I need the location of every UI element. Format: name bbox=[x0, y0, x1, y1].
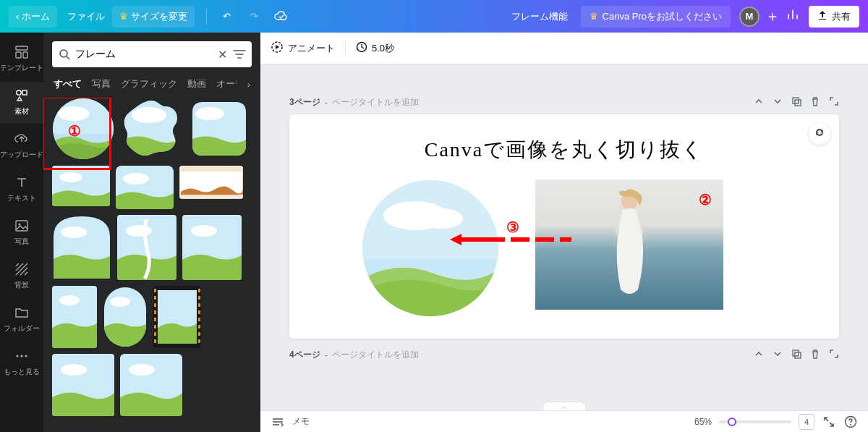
svg-rect-41 bbox=[154, 303, 156, 307]
rail-uploads[interactable]: アップロード bbox=[0, 125, 43, 167]
frame-pill[interactable] bbox=[103, 286, 148, 348]
frame-blob[interactable] bbox=[120, 98, 182, 160]
frame-tall[interactable] bbox=[182, 215, 242, 280]
delete-button[interactable] bbox=[810, 349, 820, 361]
elements-panel: ✕ すべて 写真 グラフィック 動画 オーデ › ① bbox=[43, 33, 260, 432]
sync-button[interactable] bbox=[809, 123, 830, 145]
home-button[interactable]: ‹ ホーム bbox=[9, 6, 57, 27]
canvas-scroll[interactable]: 3ページ - ページタイトルを追加 Canvaで画像を丸く切り抜く bbox=[260, 64, 868, 410]
canvas-heading[interactable]: Canvaで画像を丸く切り抜く bbox=[289, 114, 839, 164]
duration-button[interactable]: 5.0秒 bbox=[356, 41, 394, 55]
left-rail: テンプレート 素材 アップロード テキスト 写真 背景 フォルダー もっと見る bbox=[0, 33, 43, 432]
page-header-3: 3ページ - ページタイトルを追加 bbox=[289, 96, 839, 109]
filter-graphics[interactable]: グラフィック bbox=[121, 77, 177, 90]
svg-rect-1 bbox=[16, 52, 21, 58]
photo-icon bbox=[14, 218, 30, 234]
frame-rounded[interactable] bbox=[188, 98, 250, 160]
add-page-tab[interactable]: ︿ bbox=[542, 402, 586, 410]
page-title-input[interactable]: ページタイトルを追加 bbox=[332, 96, 419, 109]
svg-point-36 bbox=[110, 297, 130, 307]
crown-icon: ♛ bbox=[119, 11, 128, 22]
crown-icon: ♛ bbox=[590, 11, 598, 22]
rail-more[interactable]: もっと見る bbox=[0, 342, 43, 384]
undo-button[interactable]: ↶ bbox=[213, 6, 240, 27]
chevron-left-icon: ‹ bbox=[16, 11, 19, 22]
canvas-page-3[interactable]: Canvaで画像を丸く切り抜く ② ③ bbox=[289, 114, 839, 339]
folder-icon bbox=[14, 305, 30, 321]
move-down-button[interactable] bbox=[773, 96, 783, 109]
svg-point-18 bbox=[195, 107, 224, 120]
move-down-button[interactable] bbox=[773, 349, 783, 361]
duplicate-button[interactable] bbox=[791, 96, 801, 109]
svg-point-16 bbox=[132, 107, 166, 123]
zoom-slider[interactable] bbox=[719, 420, 791, 423]
expand-button[interactable] bbox=[829, 349, 839, 361]
photo-element[interactable] bbox=[535, 179, 723, 310]
svg-point-58 bbox=[129, 364, 155, 376]
animate-button[interactable]: アニメート bbox=[271, 41, 335, 56]
frame-square-md[interactable] bbox=[116, 166, 174, 209]
page-title-input[interactable]: ページタイトルを追加 bbox=[332, 349, 419, 361]
frame-circle[interactable] bbox=[52, 98, 114, 160]
circle-frame-element[interactable] bbox=[362, 179, 499, 317]
frame-extra-1[interactable] bbox=[52, 354, 114, 416]
page-count-button[interactable]: 4 bbox=[799, 414, 814, 430]
frame-square-sm[interactable] bbox=[52, 166, 110, 206]
frame-film[interactable] bbox=[153, 286, 201, 348]
delete-button[interactable] bbox=[810, 96, 820, 109]
avatar-initial: M bbox=[746, 11, 754, 22]
frame-torn[interactable] bbox=[117, 215, 176, 280]
scroll-right-icon[interactable]: › bbox=[247, 79, 250, 90]
insights-button[interactable] bbox=[783, 7, 803, 27]
frame-extra-2[interactable] bbox=[120, 354, 182, 416]
filter-audio[interactable]: オーデ bbox=[216, 77, 237, 90]
frame-filmstrip[interactable] bbox=[179, 166, 243, 199]
clear-search-button[interactable]: ✕ bbox=[216, 48, 229, 61]
filter-all[interactable]: すべて bbox=[54, 77, 82, 90]
upload-icon bbox=[14, 131, 30, 147]
rail-photos[interactable]: 写真 bbox=[0, 212, 43, 254]
svg-point-6 bbox=[19, 224, 21, 226]
dash: - bbox=[325, 98, 328, 108]
svg-point-9 bbox=[25, 355, 27, 357]
user-avatar[interactable]: M bbox=[739, 7, 760, 27]
rail-text[interactable]: テキスト bbox=[0, 169, 43, 211]
frame-portrait[interactable] bbox=[52, 286, 97, 348]
svg-rect-51 bbox=[198, 318, 200, 321]
add-member-button[interactable]: ＋ bbox=[762, 7, 783, 27]
share-label: 共有 bbox=[832, 10, 851, 23]
move-up-button[interactable] bbox=[754, 96, 764, 109]
text-icon bbox=[14, 174, 30, 190]
fullscreen-button[interactable] bbox=[822, 415, 836, 429]
arrow-segment bbox=[461, 237, 505, 242]
zoom-value[interactable]: 65% bbox=[694, 417, 712, 427]
resize-label: サイズを変更 bbox=[131, 10, 187, 23]
file-menu[interactable]: ファイル bbox=[60, 6, 112, 27]
filter-button[interactable] bbox=[233, 48, 246, 61]
filter-video[interactable]: 動画 bbox=[187, 77, 206, 90]
rail-background[interactable]: 背景 bbox=[0, 255, 43, 297]
frame-arch[interactable] bbox=[52, 215, 111, 280]
search-box: ✕ bbox=[52, 41, 252, 67]
try-pro-button[interactable]: ♛ Canva Proをお試しください bbox=[581, 6, 731, 27]
notes-button[interactable]: メモ bbox=[292, 415, 310, 428]
cloud-status[interactable] bbox=[268, 6, 295, 27]
page-header-4: 4ページ - ページタイトルを追加 bbox=[289, 349, 839, 361]
svg-rect-24 bbox=[181, 167, 242, 171]
zoom-knob[interactable] bbox=[728, 418, 736, 426]
rail-templates[interactable]: テンプレート bbox=[0, 38, 43, 80]
expand-button[interactable] bbox=[829, 96, 839, 109]
rail-elements[interactable]: 素材 bbox=[0, 82, 43, 124]
svg-rect-54 bbox=[198, 339, 200, 343]
rail-folders[interactable]: フォルダー bbox=[0, 299, 43, 341]
search-input[interactable] bbox=[75, 48, 211, 60]
filter-photos[interactable]: 写真 bbox=[92, 77, 111, 90]
redo-button[interactable]: ↷ bbox=[240, 6, 268, 27]
share-button[interactable]: 共有 bbox=[809, 6, 859, 27]
help-button[interactable] bbox=[843, 415, 858, 429]
duplicate-button[interactable] bbox=[791, 349, 801, 361]
share-icon bbox=[817, 10, 827, 22]
move-up-button[interactable] bbox=[754, 349, 764, 361]
frame-feature-button[interactable]: フレーム機能 bbox=[504, 6, 575, 27]
resize-button[interactable]: ♛ サイズを変更 bbox=[112, 6, 195, 27]
